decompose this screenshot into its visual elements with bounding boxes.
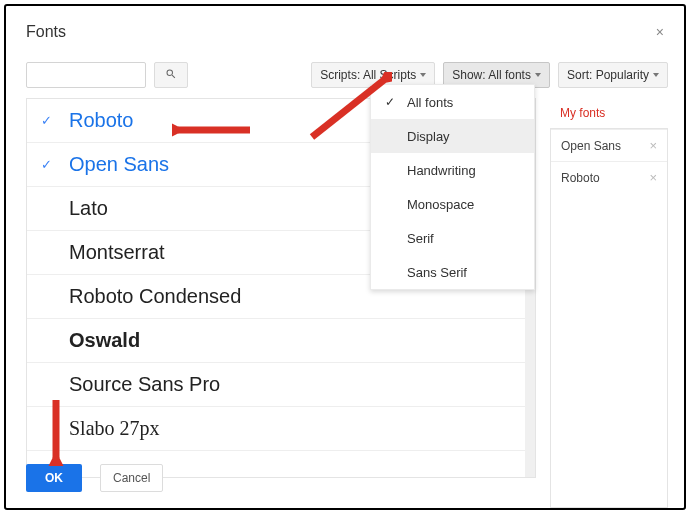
my-font-item[interactable]: Open Sans× — [551, 129, 667, 161]
dropdown-item-label: All fonts — [407, 95, 453, 110]
content-area: ✓Roboto✓Open SansLatoMontserratRoboto Co… — [12, 98, 682, 478]
dropdown-item[interactable]: Monospace — [371, 187, 534, 221]
font-name: Roboto — [69, 109, 134, 132]
font-name: Oswald — [69, 329, 140, 352]
my-font-item[interactable]: Roboto× — [551, 161, 667, 193]
dropdown-item[interactable]: ✓All fonts — [371, 85, 534, 119]
dropdown-item-label: Handwriting — [407, 163, 476, 178]
my-font-name: Roboto — [561, 171, 600, 185]
chevron-down-icon — [653, 73, 659, 77]
search-input[interactable] — [26, 62, 146, 88]
check-icon: ✓ — [385, 95, 397, 109]
dropdown-item[interactable]: Handwriting — [371, 153, 534, 187]
sidebar: My fonts Open Sans×Roboto× — [550, 98, 668, 478]
chevron-down-icon — [420, 73, 426, 77]
close-icon[interactable]: × — [652, 20, 668, 44]
dropdown-item[interactable]: Sans Serif — [371, 255, 534, 289]
dropdown-item-label: Display — [407, 129, 450, 144]
font-name: Open Sans — [69, 153, 169, 176]
search-button[interactable] — [154, 62, 188, 88]
show-dropdown-label: Show: All fonts — [452, 68, 531, 82]
dropdown-item-label: Monospace — [407, 197, 474, 212]
font-name: Montserrat — [69, 241, 165, 264]
font-name: Roboto Condensed — [69, 285, 241, 308]
ok-button[interactable]: OK — [26, 464, 82, 492]
window-frame: Fonts × Scripts: All Scripts Show: All f… — [4, 4, 686, 510]
dropdown-item[interactable]: Display — [371, 119, 534, 153]
cancel-button[interactable]: Cancel — [100, 464, 163, 492]
font-name: Slabo 27px — [69, 417, 160, 440]
font-row[interactable]: Source Sans Pro — [27, 363, 525, 407]
show-dropdown-menu: ✓All fontsDisplayHandwritingMonospaceSer… — [370, 84, 535, 290]
remove-icon[interactable]: × — [649, 138, 657, 153]
font-name: Lato — [69, 197, 108, 220]
font-row[interactable]: Slabo 27px — [27, 407, 525, 451]
dropdown-item-label: Sans Serif — [407, 265, 467, 280]
dialog-footer: OK Cancel — [26, 464, 163, 492]
check-icon: ✓ — [41, 113, 55, 128]
dropdown-item-label: Serif — [407, 231, 434, 246]
toolbar: Scripts: All Scripts Show: All fonts Sor… — [12, 50, 682, 98]
scripts-dropdown-label: Scripts: All Scripts — [320, 68, 416, 82]
remove-icon[interactable]: × — [649, 170, 657, 185]
font-name: Source Sans Pro — [69, 373, 220, 396]
my-fonts-list: Open Sans×Roboto× — [550, 128, 668, 508]
dialog-header: Fonts × — [12, 12, 682, 50]
fonts-dialog: Fonts × Scripts: All Scripts Show: All f… — [12, 12, 682, 506]
my-fonts-title: My fonts — [550, 98, 668, 128]
sort-dropdown-label: Sort: Popularity — [567, 68, 649, 82]
my-font-name: Open Sans — [561, 139, 621, 153]
dialog-title: Fonts — [26, 23, 66, 41]
check-icon: ✓ — [41, 157, 55, 172]
dropdown-item[interactable]: Serif — [371, 221, 534, 255]
sort-dropdown[interactable]: Sort: Popularity — [558, 62, 668, 88]
font-row[interactable]: Oswald — [27, 319, 525, 363]
chevron-down-icon — [535, 73, 541, 77]
search-icon — [165, 66, 177, 84]
